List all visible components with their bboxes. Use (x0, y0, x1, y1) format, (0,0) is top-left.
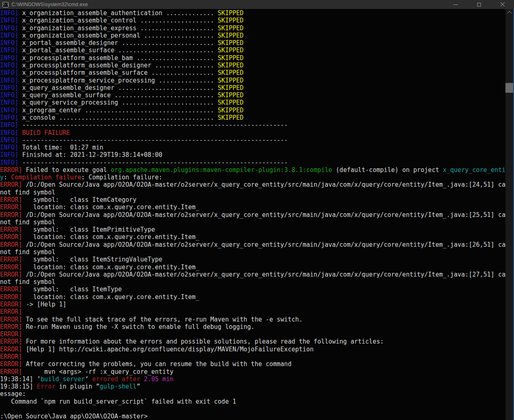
chevron-up-icon (507, 11, 512, 15)
console-output: [INFO] x_organization_assemble_authentic… (0, 9, 514, 420)
terminal-line: nnot find symbol (0, 248, 514, 256)
terminal-line: [ERROR] symbol: class ItemStringValueTyp… (0, 256, 514, 263)
terminal-line: [INFO] ---------------------------------… (0, 136, 514, 144)
terminal-line: [ERROR] /D:/Open Source/Java app/O2OA/O2… (0, 211, 514, 219)
cmd-icon: C:\ (2, 2, 9, 7)
window-controls (444, 0, 514, 9)
terminal-line: [ERROR] location: class com.x.query.core… (0, 233, 514, 241)
terminal-line: Command `npm run build_server_script` fa… (0, 398, 514, 405)
terminal-line: [ERROR] /D:/Open Source/Java app/O2OA/O2… (0, 181, 514, 188)
terminal-line: [INFO] x_program_center ................… (0, 107, 514, 114)
terminal-line: [ERROR] (0, 331, 514, 338)
terminal-line: [19:38:15] Error in plugin ”gulp-shell” (0, 383, 514, 390)
title-bar[interactable]: C:\ C:\WINDOWS\system32\cmd.exe (0, 0, 514, 9)
terminal-line: [ERROR] (0, 353, 514, 360)
cmd-window: C:\ C:\WINDOWS\system32\cmd.exe [INFO] x… (0, 0, 514, 420)
terminal-line: [19:38:14] ’build_server’ errored after … (0, 375, 514, 383)
minimize-button[interactable] (444, 0, 467, 9)
terminal-line: [INFO] x_processplatform_assemble_design… (0, 62, 514, 69)
terminal-line: [ERROR] location: class com.x.query.core… (0, 203, 514, 211)
terminal-line: [INFO] x_query_assemble_designer .......… (0, 84, 514, 92)
terminal-line: nnot find symbol (0, 278, 514, 286)
terminal-line: [INFO] x_organization_assemble_personal … (0, 32, 514, 39)
terminal-line: [ERROR] symbol: class ItemCategory (0, 196, 514, 203)
terminal-line: [ERROR] /D:/Open Source/Java app/O2OA/O2… (0, 271, 514, 278)
terminal-line: [INFO] ---------------------------------… (0, 159, 514, 166)
terminal-line: [INFO] x_query_assemble_surface ........… (0, 92, 514, 99)
terminal-line: [ERROR] [Help 1] http://cwiki.apache.org… (0, 346, 514, 353)
terminal-line: [INFO] x_portal_assemble_designer ......… (0, 39, 514, 47)
terminal-line: [INFO] x_processplatform_assemble_bam ..… (0, 54, 514, 62)
terminal-line: [INFO] x_portal_assemble_surface .......… (0, 47, 514, 54)
terminal-line: [ERROR] mvn <args> -rf :x_query_core_ent… (0, 368, 514, 375)
terminal-line: [INFO] ---------------------------------… (0, 121, 514, 129)
terminal-line: [INFO] x_processplatform_assemble_surfac… (0, 69, 514, 76)
close-button[interactable] (491, 0, 514, 9)
terminal-line (0, 405, 514, 413)
terminal-line: [INFO] BUILD FAILURE (0, 129, 514, 136)
terminal-line: [INFO] x_query_service_processing ......… (0, 99, 514, 106)
maximize-button[interactable] (467, 0, 491, 9)
terminal-line: [INFO] x_console .......................… (0, 114, 514, 121)
terminal-line: [ERROR] location: class com.x.query.core… (0, 264, 514, 271)
terminal-line: nnot find symbol (0, 219, 514, 226)
terminal-line: [INFO] Finished at: 2021-12-29T19:38:14+… (0, 151, 514, 159)
terminal-line: [ERROR] For more information about the e… (0, 338, 514, 345)
scrollbar-thumb[interactable] (505, 83, 513, 93)
terminal-line: nnot find symbol (0, 189, 514, 196)
terminal-text: [INFO] x_organization_assemble_authentic… (0, 9, 514, 420)
minimize-icon (454, 4, 458, 5)
close-icon (500, 2, 505, 7)
terminal-line: [ERROR] /D:/Open Source/Java app/O2OA/O2… (0, 241, 514, 248)
terminal-line: [INFO] x_organization_assemble_authentic… (0, 9, 514, 17)
terminal-line: [ERROR] After correcting the problems, y… (0, 360, 514, 368)
terminal-line: [ERROR] -> [Help 1] (0, 301, 514, 308)
terminal-line: Message: (0, 390, 514, 398)
terminal-line: [ERROR] symbol: class ItemPrimitiveType (0, 226, 514, 233)
terminal-line: [INFO] x_organization_assemble_control .… (0, 17, 514, 24)
terminal-line: [ERROR] location: class com.x.query.core… (0, 293, 514, 301)
terminal-line: [ERROR] (0, 308, 514, 315)
maximize-icon (477, 3, 481, 7)
scroll-up-button[interactable] (505, 9, 513, 16)
window-title: C:\WINDOWS\system32\cmd.exe (11, 2, 88, 7)
terminal-line: [ERROR] symbol: class ItemType (0, 286, 514, 293)
terminal-line: [INFO] Total time: 01:27 min (0, 144, 514, 151)
vertical-scrollbar[interactable] (505, 9, 513, 420)
terminal-line: D:\Open Source\Java app\O2OA\O2OA-master… (0, 413, 514, 420)
terminal-line: [ERROR] Re-run Maven using the -X switch… (0, 323, 514, 331)
terminal-line: [INFO] x_organization_assemble_express .… (0, 25, 514, 32)
terminal-line: [ERROR] Failed to execute goal org.apach… (0, 166, 514, 174)
cmd-icon-text: C:\ (3, 2, 9, 7)
terminal-line: [INFO] x_processplatform_service_process… (0, 77, 514, 84)
terminal-line: [ERROR] To see the full stack trace of t… (0, 316, 514, 323)
terminal-line: ty: Compilation failure: Compilation fai… (0, 174, 514, 181)
